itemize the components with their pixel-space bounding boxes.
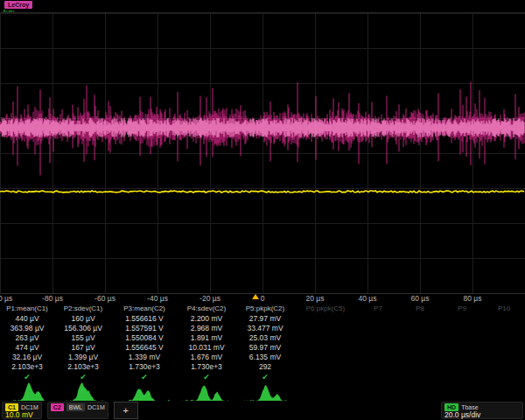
time-axis-label: -80 µs [42, 294, 63, 303]
measurement-value: 59.97 mV [236, 343, 294, 353]
time-axis-label: -100 µs [0, 294, 12, 303]
measurement-value: 1.676 mV [177, 353, 236, 362]
waveform-display[interactable] [0, 13, 525, 293]
histicon[interactable] [5, 382, 52, 402]
measurement-value [357, 333, 399, 343]
descriptor-bar: C1 DC1M 10.0 mV C2 BWL DC1M + HD Tbase 2… [0, 401, 525, 420]
measurement-header[interactable]: P9 [441, 304, 483, 314]
measurement-value: 2.103e+3 [54, 362, 112, 372]
measurement-value: 263 µV [0, 333, 54, 343]
time-axis-label: -60 µs [94, 294, 116, 303]
measurement-value: 167 µV [54, 343, 112, 353]
measurement-value: 1.891 mV [177, 333, 236, 343]
histicon-row [0, 382, 525, 402]
measurement-value [294, 324, 357, 333]
time-axis-label: -20 µs [200, 294, 220, 303]
measurement-value [483, 343, 525, 353]
measurement-value [483, 314, 525, 324]
measurement-value [399, 333, 441, 343]
measurement-value: 33.477 mV [236, 324, 294, 333]
measurement-value [357, 353, 399, 362]
measurement-value: 25.03 mV [236, 333, 294, 343]
measurement-value [483, 333, 525, 343]
measurement-header[interactable]: P2:sdev(C1) [54, 304, 112, 314]
measurement-value: 2.103e+3 [0, 362, 54, 372]
measurement-value [294, 314, 357, 324]
measurement-value: 292 [236, 362, 294, 372]
histicon[interactable] [61, 382, 108, 402]
measurement-value [294, 362, 357, 372]
trigger-time-marker[interactable] [252, 294, 259, 299]
waveform-grid[interactable] [0, 12, 525, 294]
measurement-value [357, 324, 399, 333]
measurement-value: 6.135 mV [236, 353, 294, 362]
measurement-value: 1.550084 V [112, 333, 177, 343]
measurement-header[interactable]: P8 [399, 304, 441, 314]
time-axis-label: 0 [261, 294, 265, 303]
measurement-value: 440 µV [0, 314, 54, 324]
measurement-value [294, 353, 357, 362]
add-trace-button[interactable]: + [114, 402, 138, 419]
measurement-value [357, 343, 399, 353]
time-axis-label: -40 µs [147, 294, 168, 303]
c2-coupling-label: DC1M [88, 403, 105, 411]
measurement-header[interactable]: P10 [483, 304, 525, 314]
measurement-value: 1.556616 V [112, 314, 177, 324]
time-axis-label: 20 µs [306, 294, 325, 303]
measurement-header[interactable]: P7 [357, 304, 399, 314]
measurement-value [483, 362, 525, 372]
c1-volts-per-div: 10.0 mV [5, 411, 38, 419]
timebase-descriptor[interactable]: HD Tbase 20.0 µs/div [441, 402, 523, 419]
measurement-value [399, 353, 441, 362]
measurement-header[interactable]: P4:sdev(C2) [177, 304, 236, 314]
measurement-value: 156.306 µV [54, 324, 112, 333]
channel-c2-descriptor[interactable]: C2 BWL DC1M [47, 402, 108, 419]
measurement-value: 155 µV [54, 333, 112, 343]
histicon[interactable] [242, 382, 289, 402]
measurement-value: 1.730e+3 [112, 362, 177, 372]
histicon[interactable] [182, 382, 229, 402]
channel-c1-descriptor[interactable]: C1 DC1M 10.0 mV [2, 402, 42, 419]
measurement-header[interactable]: P5:pkpk(C2) [236, 304, 294, 314]
measurement-value: 1.339 mV [112, 353, 177, 362]
measurement-value: 1.557591 V [112, 324, 177, 333]
time-axis-label: 80 µs [464, 294, 482, 303]
measurement-value [399, 324, 441, 333]
measurement-value [357, 362, 399, 372]
measurement-value: 2.200 mV [177, 314, 236, 324]
measurement-value [441, 324, 483, 333]
measurement-value [399, 314, 441, 324]
measurement-value [357, 314, 399, 324]
time-axis-label: 40 µs [359, 294, 377, 303]
measurement-value [441, 333, 483, 343]
measurement-header[interactable]: P1:mean(C1) [0, 304, 54, 314]
c2-bwl-chip: BWL [66, 403, 85, 411]
measurement-value: 160 µV [54, 314, 112, 324]
measurement-value [399, 362, 441, 372]
measurement-value [294, 343, 357, 353]
measurement-value: 1.399 µV [54, 353, 112, 362]
measurement-value: 10.031 mV [177, 343, 236, 353]
measurement-value [441, 314, 483, 324]
measurement-value [294, 333, 357, 343]
measurement-header[interactable]: P6:pkpk(C5) [294, 304, 357, 314]
measurement-value [441, 353, 483, 362]
measurement-value: 2.968 mV [177, 324, 236, 333]
measurement-header[interactable]: P3:mean(C2) [112, 304, 177, 314]
measurement-value [483, 353, 525, 362]
measurement-value: 363.98 µV [0, 324, 54, 333]
histicon[interactable] [122, 382, 170, 402]
measurement-value: 474 µV [0, 343, 54, 353]
measurement-value [399, 343, 441, 353]
lecroy-logo[interactable]: LeCroy [4, 1, 32, 9]
c2-chip: C2 [51, 403, 64, 411]
oscilloscope-screen: LeCroy Auto -100 µs-80 µs-60 µs-40 µs-20… [0, 0, 525, 420]
measurement-value [441, 362, 483, 372]
measurement-table[interactable]: P1:mean(C1)P2:sdev(C1)P3:mean(C2)P4:sdev… [0, 304, 525, 382]
measurement-value: 32.16 µV [0, 353, 54, 362]
measurement-value: 27.97 mV [236, 314, 294, 324]
measurement-value [483, 324, 525, 333]
time-axis-label: 60 µs [411, 294, 430, 303]
measurement-value [441, 343, 483, 353]
tbase-scale: 20.0 µs/div [444, 411, 520, 419]
